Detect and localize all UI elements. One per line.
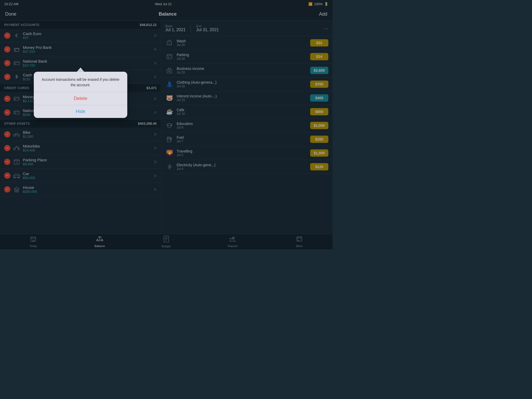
popup-delete-btn[interactable]: Delete bbox=[34, 92, 127, 105]
popup-hide-btn[interactable]: Hide bbox=[34, 105, 127, 118]
popup-overlay[interactable]: Account transactions will be erased if y… bbox=[0, 0, 332, 249]
popup-message: Account transactions will be erased if y… bbox=[34, 72, 127, 92]
popup-container: Account transactions will be erased if y… bbox=[34, 68, 127, 118]
popup-box: Account transactions will be erased if y… bbox=[34, 72, 127, 118]
popup-arrow bbox=[77, 68, 84, 72]
